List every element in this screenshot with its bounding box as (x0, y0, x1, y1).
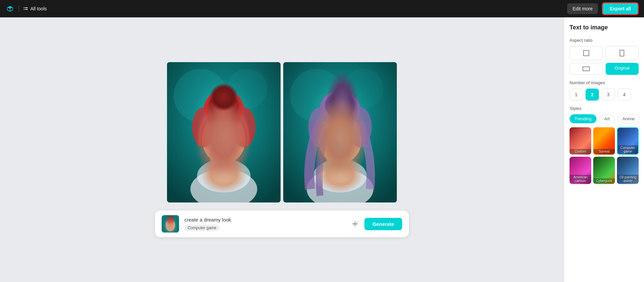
svg-point-23 (343, 69, 383, 109)
svg-point-4 (190, 169, 257, 202)
prompt-text-area: create a dreamy look Computer game (184, 217, 344, 231)
aspect-landscape-button[interactable] (570, 63, 603, 75)
svg-point-29 (347, 140, 361, 150)
svg-point-9 (230, 140, 245, 150)
svg-point-24 (307, 169, 373, 202)
svg-point-43 (167, 217, 174, 224)
svg-rect-1 (167, 62, 281, 202)
header-left: All tools (5, 4, 47, 13)
svg-point-40 (348, 107, 372, 147)
prompt-text: create a dreamy look (184, 217, 344, 223)
svg-rect-21 (283, 62, 397, 202)
style-tab-art[interactable]: Art (599, 114, 615, 123)
svg-point-15 (210, 146, 223, 166)
prompt-thumbnail (162, 215, 179, 233)
aspect-square-button[interactable] (570, 46, 603, 60)
aspect-ratio-label: Aspect ratio (570, 38, 639, 43)
svg-point-2 (174, 69, 227, 122)
header-divider (19, 5, 19, 12)
style-label-cyberpunk: Cyberpunk (593, 178, 615, 183)
svg-rect-41 (162, 215, 179, 233)
svg-point-13 (228, 133, 234, 138)
svg-point-30 (327, 132, 338, 139)
svg-point-37 (325, 92, 355, 119)
svg-point-35 (326, 146, 339, 166)
landscape-shape-icon (583, 66, 590, 71)
styles-label: Styles (570, 106, 639, 111)
svg-point-8 (202, 140, 217, 150)
logo-icon[interactable] (5, 4, 15, 13)
generated-image-2[interactable] (283, 62, 397, 202)
style-item-custom[interactable]: Custom (570, 127, 591, 155)
style-tabs: Trending Art Anime (570, 114, 639, 123)
prompt-tag[interactable]: Computer game (184, 225, 220, 231)
svg-point-16 (204, 91, 244, 127)
svg-point-26 (331, 147, 349, 174)
num-3-button[interactable]: 3 (602, 89, 615, 101)
svg-point-22 (290, 69, 343, 122)
num-images-label: Number of images (570, 80, 639, 85)
aspect-portrait-button[interactable] (606, 46, 639, 60)
num-4-button[interactable]: 4 (618, 89, 631, 101)
style-label-custom: Custom (570, 149, 591, 154)
svg-point-5 (197, 159, 251, 192)
svg-point-20 (232, 107, 256, 147)
sparkle-icon[interactable] (350, 219, 360, 229)
svg-point-38 (330, 92, 350, 111)
style-item-surreal[interactable]: Surreal (593, 127, 615, 155)
panel-title: Text to image (570, 24, 639, 31)
style-item-computer-game[interactable]: Computer game (617, 127, 639, 155)
svg-point-28 (319, 140, 333, 150)
style-label-oil-painting-anime: Oil painting anime (617, 175, 639, 183)
edit-more-button[interactable]: Edit more (567, 3, 598, 14)
num-2-button[interactable]: 2 (586, 89, 599, 101)
style-label-american-cartoon: American cartoon (570, 175, 591, 183)
svg-point-18 (214, 92, 234, 111)
svg-point-27 (318, 114, 362, 164)
style-grid: Custom Surreal Computer game American ca… (570, 127, 639, 184)
style-item-american-cartoon[interactable]: American cartoon (570, 157, 591, 184)
svg-point-36 (320, 91, 360, 127)
header: All tools Edit more Export all (0, 0, 644, 17)
svg-point-19 (192, 107, 215, 147)
style-item-cyberpunk[interactable]: Cyberpunk (593, 157, 615, 184)
aspect-ratio-grid: Original (570, 46, 639, 75)
svg-point-31 (329, 133, 336, 138)
portrait-shape-icon (620, 50, 624, 56)
svg-point-17 (209, 92, 239, 119)
num-1-button[interactable]: 1 (570, 89, 583, 101)
svg-point-39 (308, 107, 332, 147)
svg-point-11 (213, 133, 220, 138)
svg-point-34 (333, 147, 347, 153)
style-label-computer-game: Computer game (617, 145, 639, 154)
svg-point-6 (214, 147, 233, 174)
canvas-area: create a dreamy look Computer game Gener… (0, 17, 564, 282)
svg-point-42 (166, 219, 175, 231)
style-item-oil-painting-anime[interactable]: Oil painting anime (617, 157, 639, 184)
svg-point-12 (226, 132, 236, 139)
svg-point-7 (202, 114, 246, 164)
all-tools-label: All tools (30, 6, 47, 11)
main-content: create a dreamy look Computer game Gener… (0, 17, 644, 282)
num-images-grid: 1 2 3 4 (570, 89, 639, 101)
svg-point-14 (217, 147, 230, 153)
svg-point-33 (344, 133, 351, 138)
svg-point-32 (342, 132, 353, 139)
prompt-actions: Generate (350, 218, 402, 230)
images-container (167, 62, 397, 202)
style-tab-anime[interactable]: Anime (617, 114, 640, 123)
style-tab-trending[interactable]: Trending (570, 114, 597, 123)
svg-point-25 (313, 159, 367, 192)
header-right: Edit more Export all (567, 2, 639, 15)
generated-image-1[interactable] (167, 62, 281, 202)
all-tools-button[interactable]: All tools (23, 6, 47, 11)
square-shape-icon (583, 50, 589, 56)
aspect-original-button[interactable]: Original (606, 63, 639, 75)
prompt-bar: create a dreamy look Computer game Gener… (155, 210, 409, 237)
style-label-surreal: Surreal (593, 149, 615, 154)
svg-point-10 (211, 132, 222, 139)
right-panel: Text to image Aspect ratio Original Numb… (564, 17, 644, 282)
generate-button[interactable]: Generate (364, 218, 402, 230)
svg-point-3 (227, 69, 267, 109)
export-all-button[interactable]: Export all (602, 2, 639, 15)
